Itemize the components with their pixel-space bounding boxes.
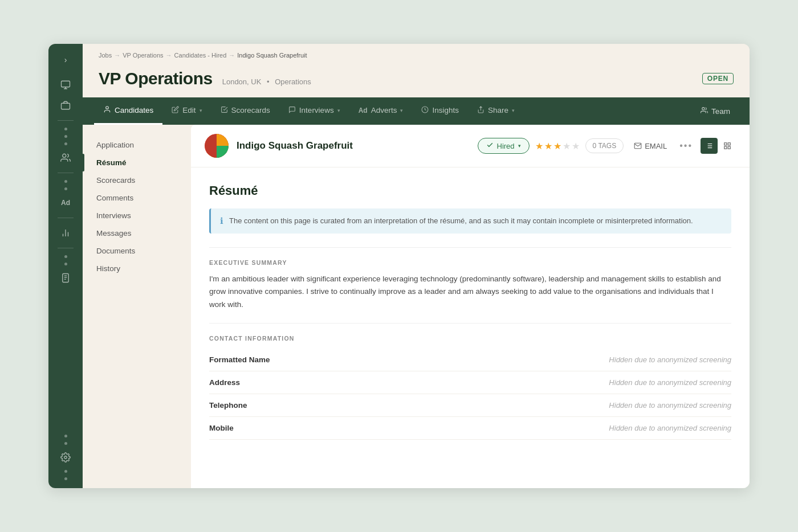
contact-row-mobile: Mobile Hidden due to anonymized screenin… [209,417,731,440]
page-header-left: VP Operations London, UK • Operations [99,69,313,88]
sidebar-divider-4 [58,248,74,248]
svg-rect-3 [62,103,70,109]
sidebar-dot-9 [64,442,67,445]
candidate-actions: Hired ▾ ★ ★ ★ ★ ★ 0 TAGS [478,138,736,154]
scorecards-tab-icon [221,106,228,115]
executive-summary-title: EXECUTIVE SUMMARY [209,259,731,266]
nav-tabs-right: Team [693,99,738,124]
tab-adverts[interactable]: Ad Adverts ▾ [349,98,413,124]
sidebar-dot-4 [64,180,67,183]
email-button[interactable]: EMAIL [629,139,671,153]
left-nav-scorecards[interactable]: Scorecards [83,171,191,189]
tab-share[interactable]: Share ▾ [468,98,524,125]
candidate-avatar [205,134,229,158]
sidebar-dot-11 [64,477,67,480]
sidebar-dot-5 [64,187,67,190]
ad-icon[interactable]: Ad [55,194,76,212]
left-nav-interviews[interactable]: Interviews [83,207,191,224]
hired-status-label: Hired [497,142,515,150]
main-container: › Ad [48,44,750,488]
breadcrumb-vp-operations[interactable]: VP Operations [123,52,163,59]
left-nav-documents[interactable]: Documents [83,242,191,260]
breadcrumb-current: Indigo Squash Grapefruit [237,52,307,59]
candidate-header: Indigo Squash Grapefruit Hired ▾ ★ [191,125,750,167]
svg-point-13 [106,107,109,109]
interviews-dropdown-icon: ▾ [337,108,340,113]
left-nav-messages[interactable]: Messages [83,224,191,242]
sidebar-dot-2 [64,135,67,138]
insights-tab-icon [421,106,429,115]
executive-summary-text: I'm an ambitious leader with significant… [209,273,731,312]
users-group-icon[interactable] [55,149,76,167]
svg-point-16 [702,108,705,110]
nav-tabs: Candidates Edit ▾ Scorecards [83,97,750,125]
sidebar: › Ad [48,44,83,488]
breadcrumb: Jobs → VP Operations → Candidates - Hire… [83,44,750,63]
team-tab-icon [701,107,708,116]
left-nav-application[interactable]: Application [83,136,191,154]
tab-team[interactable]: Team [693,99,738,124]
monitor-icon[interactable] [55,76,76,94]
breadcrumb-arrow-1: → [114,52,120,59]
breadcrumb-jobs[interactable]: Jobs [99,52,112,59]
section-divider-1 [209,247,731,248]
chart-bar-icon[interactable] [55,224,76,242]
svg-rect-8 [63,274,69,283]
more-actions-button[interactable]: ••• [677,138,695,154]
page-meta: London, UK • Operations [221,77,313,86]
stars-rating[interactable]: ★ ★ ★ ★ ★ [535,141,580,152]
tab-insights-label: Insights [432,106,459,114]
sidebar-dot-8 [64,435,67,437]
svg-rect-27 [728,146,730,149]
sidebar-divider-1 [58,120,74,121]
tab-edit[interactable]: Edit ▾ [162,98,211,125]
tab-interviews[interactable]: Interviews ▾ [279,98,349,125]
right-panel: Indigo Squash Grapefruit Hired ▾ ★ [191,125,750,488]
left-nav: Application Résumé Scorecards Comments I… [83,125,191,488]
view-toggle [701,138,736,154]
info-banner: ℹ The content on this page is curated fr… [209,208,731,234]
left-nav-history[interactable]: History [83,260,191,277]
resume-content: Résumé ℹ The content on this page is cur… [191,167,750,456]
left-nav-resume[interactable]: Résumé [83,154,191,171]
page-department: Operations [275,77,311,86]
contact-name-label: Formatted Name [209,355,270,364]
tab-candidates[interactable]: Candidates [94,97,162,125]
info-banner-text: The content on this page is curated from… [229,215,693,227]
tab-candidates-label: Candidates [115,106,153,114]
share-tab-icon [477,106,484,115]
left-nav-comments[interactable]: Comments [83,189,191,207]
adverts-tab-icon: Ad [359,107,368,114]
interviews-tab-icon [288,106,296,115]
contact-mobile-value: Hidden due to anonymized screening [609,424,731,432]
tab-insights[interactable]: Insights [412,98,468,125]
svg-rect-26 [724,146,727,149]
report-icon[interactable] [55,269,76,287]
list-view-button[interactable] [701,138,718,154]
contact-address-value: Hidden due to anonymized screening [609,378,731,387]
settings-icon[interactable] [55,448,76,466]
breadcrumb-arrow-3: → [229,52,235,59]
main-content: Application Résumé Scorecards Comments I… [83,125,750,488]
app-wrapper: › Ad [0,0,798,532]
sidebar-toggle-button[interactable]: › [55,51,76,69]
briefcase-icon[interactable] [55,96,76,114]
candidate-name: Indigo Squash Grapefruit [237,140,470,152]
svg-rect-0 [62,81,70,87]
tab-team-label: Team [711,107,730,116]
hired-status-button[interactable]: Hired ▾ [478,138,530,154]
sidebar-divider-3 [58,218,74,218]
tags-button[interactable]: 0 TAGS [585,138,624,153]
page-title: VP Operations [99,69,213,88]
content-area: Jobs → VP Operations → Candidates - Hire… [83,44,750,488]
tab-adverts-label: Adverts [371,106,397,114]
svg-point-4 [63,154,66,157]
tab-share-label: Share [488,106,508,114]
resume-section-title: Résumé [209,183,731,198]
star-5: ★ [572,141,580,152]
breadcrumb-candidates-hired[interactable]: Candidates - Hired [174,52,227,59]
email-label: EMAIL [645,142,667,150]
sidebar-dot-6 [64,255,67,258]
tab-scorecards[interactable]: Scorecards [211,98,279,125]
grid-view-button[interactable] [719,138,736,154]
